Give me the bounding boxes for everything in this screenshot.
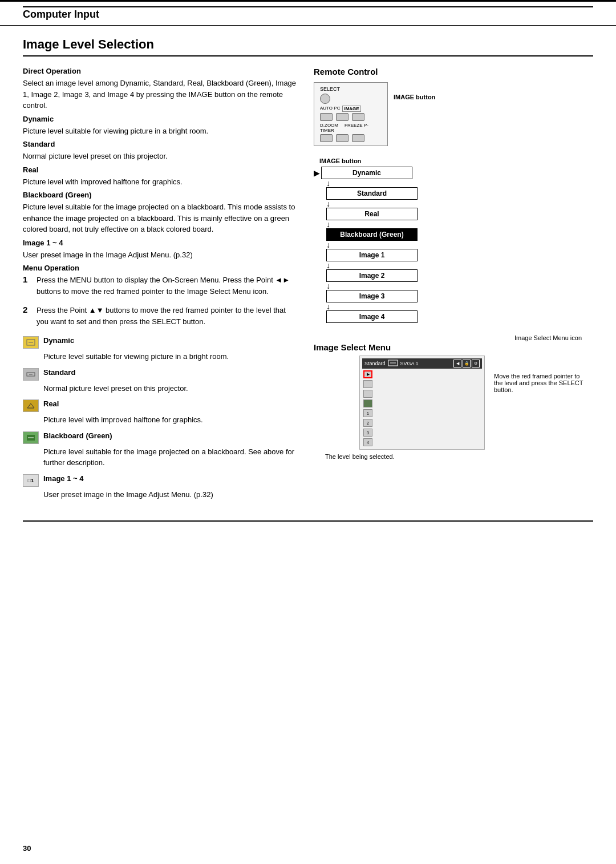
flow-item-image1: Image 1 xyxy=(326,249,418,261)
remote-btn1 xyxy=(320,113,333,121)
step1-text: Press the MENU button to display the On-… xyxy=(37,274,297,297)
flow-box-real: Real xyxy=(326,208,418,220)
menu-row-real xyxy=(362,389,482,398)
header-title: Computer Input xyxy=(23,9,593,21)
flow-box-image3: Image 3 xyxy=(326,290,418,302)
icon-blackboard-body: Picture level suitable for the image pro… xyxy=(43,446,297,469)
flow-diagram: IMAGE button ▶ Dynamic ↓ Standard ↓ Real… xyxy=(314,158,593,323)
flow-box-blackboard: Blackboard (Green) xyxy=(326,228,418,241)
flow-box-dynamic: Dynamic xyxy=(321,167,412,179)
menu-row-image4: 4 xyxy=(362,438,482,447)
real-body: Picture level with improved halftone for… xyxy=(23,176,297,188)
flow-connector-7: ↓ xyxy=(326,302,330,310)
menu-diagram-area: Image Select Menu icon Image Select Menu… xyxy=(314,334,593,460)
flow-connector-1: ↓ xyxy=(326,179,330,187)
standard-body: Normal picture level preset on this proj… xyxy=(23,151,297,162)
step2-text: Press the Point ▲▼ buttons to move the r… xyxy=(37,305,297,327)
flow-item-image3: Image 3 xyxy=(326,290,418,302)
dynamic-section: Dynamic Picture level suitable for viewi… xyxy=(23,115,297,137)
icon-real-body: Picture level with improved halftone for… xyxy=(43,414,297,426)
dynamic-heading: Dynamic xyxy=(23,115,297,123)
image14-heading: Image 1 ~ 4 xyxy=(23,239,297,247)
menu-row-icon-image3: 3 xyxy=(363,429,372,437)
two-column-layout: Direct Operation Select an image level a… xyxy=(23,67,593,503)
remote-diagram: SELECT AUTO PCIMAGE xyxy=(314,82,593,148)
icon-standard-label: Standard xyxy=(43,368,75,377)
icon-standard-item: Standard xyxy=(23,368,297,381)
icon-dynamic-body: Picture level suitable for viewing pictu… xyxy=(43,351,297,362)
menu-icons-right: ◀ 🔒 ⚙ xyxy=(453,360,480,368)
flow-item-image4: Image 4 xyxy=(326,310,418,323)
level-selected-text: The level being selected. xyxy=(325,453,593,460)
menu-screen: Standard SVGA 1 ◀ 🔒 ⚙ xyxy=(359,356,485,450)
real-heading: Real xyxy=(23,165,297,174)
icon-real-item: Real xyxy=(23,399,297,412)
real-icon xyxy=(23,399,39,412)
flow-connector-6: ↓ xyxy=(326,282,330,290)
flow-box-standard: Standard xyxy=(326,187,418,200)
icon-dynamic-label: Dynamic xyxy=(43,336,74,345)
bottom-rule xyxy=(23,520,593,522)
menu-row-icon-image1: 1 xyxy=(363,409,372,417)
menu-icon3: ⚙ xyxy=(472,360,480,368)
footer-page-number: 30 xyxy=(23,844,31,853)
menu-icon1: ◀ xyxy=(453,360,461,368)
direct-operation-heading: Direct Operation xyxy=(23,67,297,75)
flow-item-standard: Standard xyxy=(326,187,418,200)
blackboard-icon xyxy=(23,431,39,444)
blackboard-section: Blackboard (Green) Picture level suitabl… xyxy=(23,191,297,235)
menu-topbar-standard: Standard xyxy=(364,361,386,366)
main-content: Image Level Selection Direct Operation S… xyxy=(0,26,616,544)
flow-connector-5: ↓ xyxy=(326,261,330,269)
menu-row-image2: 2 xyxy=(362,418,482,427)
menu-row-icon-blackboard xyxy=(363,399,372,407)
flow-connector-2: ↓ xyxy=(326,200,330,208)
icon-image14-item: □1 Image 1 ~ 4 xyxy=(23,474,297,487)
menu-row-icon-dynamic: ▶ xyxy=(363,370,372,378)
direct-operation-section: Direct Operation Select an image level a… xyxy=(23,67,297,111)
icon-standard-body: Normal picture level preset on this proj… xyxy=(43,383,297,394)
menu-topbar-svga: SVGA 1 xyxy=(400,361,419,366)
page-title: Image Level Selection xyxy=(23,37,593,56)
icon-blackboard-label: Blackboard (Green) xyxy=(43,431,112,440)
flow-label-top: IMAGE button xyxy=(319,158,361,164)
remote-ptimer-btn xyxy=(352,134,364,142)
icon-image14-label: Image 1 ~ 4 xyxy=(43,474,83,483)
flow-item-blackboard: Blackboard (Green) xyxy=(326,228,418,241)
real-section: Real Picture level with improved halfton… xyxy=(23,165,297,188)
flow-box-image2: Image 2 xyxy=(326,269,418,282)
right-column: Remote Control SELECT AUTO PCIMAGE xyxy=(314,67,593,503)
icon-image14-body: User preset image in the Image Adjust Me… xyxy=(43,489,297,500)
dynamic-icon xyxy=(23,336,39,349)
menu-row-dynamic: ▶ xyxy=(362,370,482,379)
icon-blackboard-item: Blackboard (Green) xyxy=(23,431,297,444)
menu-operation-heading: Menu Operation xyxy=(23,264,297,272)
menu-row-image1: 1 xyxy=(362,409,482,418)
menu-row-image3: 3 xyxy=(362,428,482,437)
remote-freeze-btn xyxy=(336,134,348,142)
blackboard-body: Picture level suitable for the image pro… xyxy=(23,201,297,235)
flow-item-image2: Image 2 xyxy=(326,269,418,282)
standard-section: Standard Normal picture level preset on … xyxy=(23,140,297,162)
callout-text: Move the red framed pointer to the level… xyxy=(494,356,585,393)
menu-icon2: 🔒 xyxy=(463,360,471,368)
blackboard-heading: Blackboard (Green) xyxy=(23,191,297,199)
standard-icon xyxy=(23,368,39,381)
menu-row-icon-real xyxy=(363,390,372,398)
flow-connector-3: ↓ xyxy=(326,220,330,228)
menu-row-icon-image2: 2 xyxy=(363,419,372,427)
menu-row-blackboard xyxy=(362,399,482,408)
menu-row-icon-image4: 4 xyxy=(363,438,372,446)
flow-box-image4: Image 4 xyxy=(326,310,418,323)
image-select-menu-heading: Image Select Menu xyxy=(314,342,593,352)
standard-heading: Standard xyxy=(23,140,297,148)
remote-control-box: SELECT AUTO PCIMAGE xyxy=(314,82,388,146)
remote-control-heading: Remote Control xyxy=(314,67,593,76)
menu-topbar: Standard SVGA 1 ◀ 🔒 ⚙ xyxy=(362,358,482,369)
direct-operation-body: Select an image level among Dynamic, Sta… xyxy=(23,78,297,111)
image14-section: Image 1 ~ 4 User preset image in the Ima… xyxy=(23,239,297,261)
menu-step-2: 2 Press the Point ▲▼ buttons to move the… xyxy=(23,305,297,330)
image14-body: User preset image in the Image Adjust Me… xyxy=(23,249,297,261)
flow-connector-4: ↓ xyxy=(326,241,330,249)
left-column: Direct Operation Select an image level a… xyxy=(23,67,297,503)
